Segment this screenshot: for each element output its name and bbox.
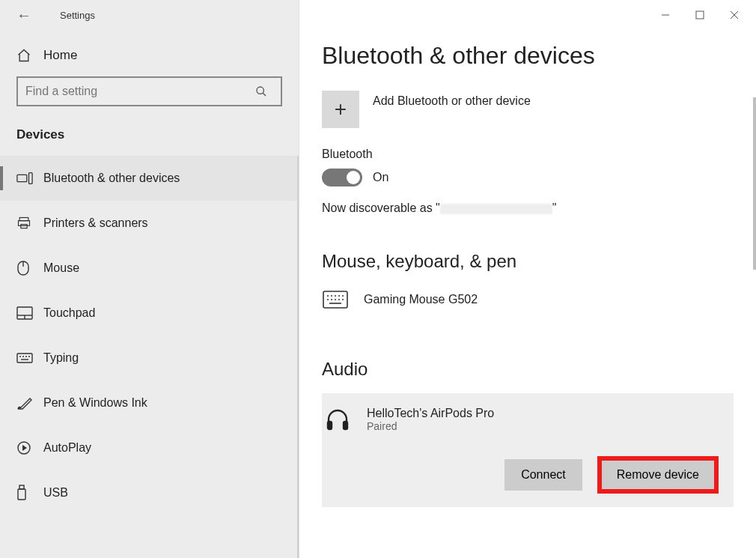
nav-label: Printers & scanners: [43, 216, 148, 230]
discoverable-text: Now discoverable as "": [322, 201, 734, 215]
nav: Bluetooth & other devices Printers & sca…: [0, 156, 299, 558]
nav-item-autoplay[interactable]: AutoPlay: [0, 425, 299, 470]
bluetooth-state: On: [373, 171, 388, 184]
home-icon: [16, 48, 43, 63]
app-title: Settings: [60, 10, 95, 21]
group-audio-title: Audio: [322, 359, 734, 380]
mouse-icon: [16, 260, 43, 276]
add-device-row[interactable]: + Add Bluetooth or other device: [322, 91, 734, 128]
nav-item-mouse[interactable]: Mouse: [0, 246, 299, 291]
nav-label: AutoPlay: [43, 441, 91, 455]
nav-label: Typing: [43, 351, 79, 365]
section-title: Devices: [0, 120, 299, 156]
nav-item-touchpad[interactable]: Touchpad: [0, 291, 299, 336]
svg-point-0: [257, 87, 263, 94]
titlebar: ← Settings: [0, 0, 299, 30]
search-box[interactable]: [16, 76, 282, 106]
svg-rect-38: [328, 422, 332, 429]
content-scrollbar[interactable]: [753, 97, 756, 270]
headphones-icon: [325, 407, 367, 432]
device-row-mouse[interactable]: Gaming Mouse G502: [322, 285, 734, 314]
keyboard-small-icon: [16, 353, 43, 363]
sidebar: ← Settings Home Devices: [0, 0, 299, 558]
nav-label: Mouse: [43, 261, 79, 275]
svg-rect-12: [17, 354, 32, 363]
nav-item-usb[interactable]: USB: [0, 470, 299, 515]
nav-item-bluetooth[interactable]: Bluetooth & other devices: [0, 156, 299, 201]
printer-icon: [16, 216, 43, 231]
nav-home[interactable]: Home: [0, 30, 299, 76]
device-name: Gaming Mouse G502: [364, 293, 478, 306]
discoverable-suffix: ": [552, 201, 557, 214]
pen-icon: [16, 395, 43, 410]
search-icon[interactable]: [255, 85, 281, 97]
svg-rect-3: [29, 173, 33, 184]
remove-device-button[interactable]: Remove device: [600, 459, 716, 491]
audio-device-name: HelloTech's AirPods Pro: [367, 407, 494, 420]
discoverable-prefix: Now discoverable as ": [322, 201, 440, 214]
search-input[interactable]: [18, 80, 255, 103]
audio-device-status: Paired: [367, 420, 494, 432]
discoverable-name-redacted: [440, 204, 552, 214]
nav-label: Bluetooth & other devices: [43, 172, 180, 185]
audio-device-card[interactable]: HelloTech's AirPods Pro Paired Connect R…: [322, 393, 734, 507]
group-mouse-title: Mouse, keyboard, & pen: [322, 251, 734, 272]
nav-label: Touchpad: [43, 306, 95, 320]
svg-rect-21: [18, 489, 25, 500]
autoplay-icon: [16, 440, 43, 455]
keyboard-icon: [322, 290, 364, 309]
nav-item-pen[interactable]: Pen & Windows Ink: [0, 380, 299, 425]
usb-icon: [16, 485, 43, 501]
nav-label: USB: [43, 486, 68, 500]
svg-rect-5: [19, 221, 30, 226]
nav-item-printers[interactable]: Printers & scanners: [0, 201, 299, 246]
plus-icon: +: [322, 91, 359, 128]
svg-rect-4: [19, 218, 28, 221]
add-device-label: Add Bluetooth or other device: [373, 94, 531, 108]
svg-rect-39: [344, 422, 347, 429]
svg-line-1: [263, 93, 266, 96]
connect-button[interactable]: Connect: [504, 459, 582, 491]
page-title: Bluetooth & other devices: [322, 42, 734, 70]
back-arrow-icon[interactable]: ←: [16, 7, 39, 24]
nav-item-typing[interactable]: Typing: [0, 336, 299, 380]
main: Bluetooth & other devices + Add Bluetoot…: [299, 0, 756, 558]
svg-rect-2: [17, 175, 27, 181]
nav-label: Pen & Windows Ink: [43, 396, 147, 410]
bluetooth-label: Bluetooth: [322, 148, 734, 161]
bluetooth-toggle[interactable]: [322, 169, 362, 186]
devices-icon: [16, 172, 43, 185]
touchpad-icon: [16, 306, 43, 320]
svg-rect-6: [21, 225, 27, 228]
svg-marker-19: [22, 445, 27, 451]
home-label: Home: [43, 48, 77, 63]
svg-rect-20: [19, 485, 24, 489]
